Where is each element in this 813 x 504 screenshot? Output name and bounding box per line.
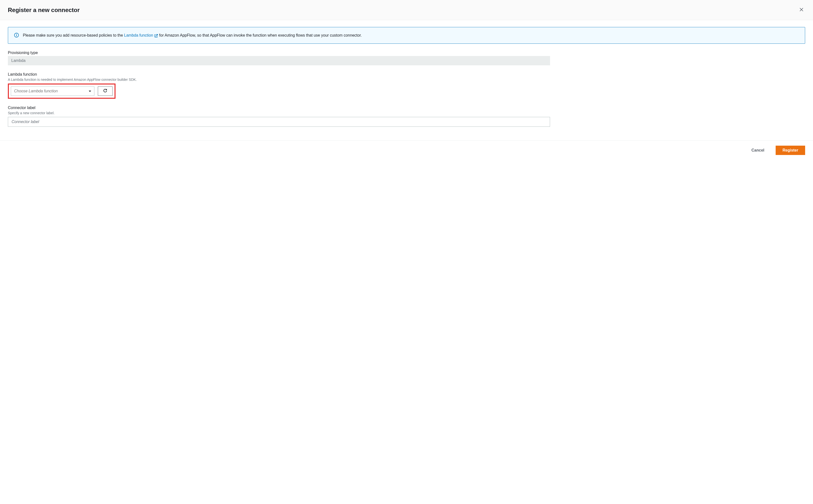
info-alert-text: Please make sure you add resource-based … (23, 32, 362, 39)
cancel-button[interactable]: Cancel (745, 146, 771, 155)
info-text-after: for Amazon AppFlow, so that AppFlow can … (158, 33, 362, 37)
modal-body: Please make sure you add resource-based … (0, 20, 813, 140)
register-button[interactable]: Register (776, 146, 805, 155)
connector-label-input[interactable] (8, 117, 550, 127)
modal-footer: Cancel Register (0, 140, 813, 160)
lambda-function-helper: A Lambda function is needed to implement… (8, 78, 805, 82)
external-link-icon (154, 33, 158, 37)
lambda-function-select-wrap (11, 86, 94, 96)
connector-label-helper: Specify a new connector label. (8, 111, 805, 115)
info-link-text: Lambda function (124, 32, 153, 39)
refresh-button[interactable] (98, 86, 113, 96)
lambda-function-group: Lambda function A Lambda function is nee… (8, 72, 805, 99)
connector-label-label: Connector label (8, 106, 805, 110)
info-icon (14, 33, 19, 38)
svg-rect-2 (16, 35, 17, 36)
provisioning-type-group: Provisioning type (8, 51, 805, 65)
close-button[interactable] (798, 6, 805, 14)
info-alert: Please make sure you add resource-based … (8, 27, 805, 44)
lambda-function-label: Lambda function (8, 72, 805, 77)
svg-point-1 (16, 34, 17, 35)
connector-label-group: Connector label Specify a new connector … (8, 106, 805, 127)
provisioning-type-label: Provisioning type (8, 51, 805, 55)
refresh-icon (103, 88, 108, 94)
modal-title: Register a new connector (8, 7, 80, 14)
lambda-function-select[interactable] (11, 86, 94, 96)
provisioning-type-field (8, 56, 550, 65)
close-icon (799, 7, 804, 13)
modal-header: Register a new connector (0, 0, 813, 20)
info-text-before: Please make sure you add resource-based … (23, 33, 124, 37)
lambda-function-link[interactable]: Lambda function (124, 32, 158, 39)
lambda-function-highlight (8, 84, 115, 99)
